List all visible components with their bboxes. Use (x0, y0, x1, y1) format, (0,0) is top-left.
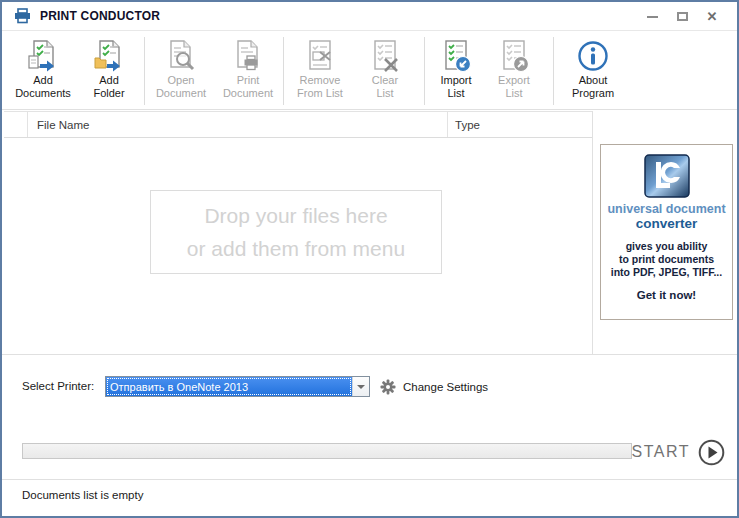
toolbar-separator (424, 37, 425, 105)
gear-icon (380, 379, 396, 395)
toolbar-label: Clear (372, 74, 398, 87)
printer-icon (14, 8, 32, 24)
start-button[interactable]: START (628, 434, 729, 470)
status-bar-text: Documents list is empty (22, 489, 143, 501)
add-folder-icon (93, 38, 125, 74)
export-list-button[interactable]: Export List (485, 36, 543, 108)
toolbar-label: Add (99, 74, 119, 87)
clear-list-button[interactable]: Clear List (354, 36, 416, 108)
toolbar-label: Open (168, 74, 195, 87)
file-drop-zone[interactable]: Drop your files here or add them from me… (150, 190, 442, 274)
import-list-button[interactable]: Import List (427, 36, 485, 108)
app-title: PRINT CONDUCTOR (40, 9, 160, 23)
window-controls: ✕ (637, 2, 727, 31)
column-header-type[interactable]: Type (448, 112, 592, 137)
progress-row: START (2, 434, 737, 470)
dropzone-line-2: or add them from menu (187, 232, 405, 265)
clear-list-icon (369, 38, 401, 74)
close-icon: ✕ (707, 10, 718, 23)
udc-logo-icon (644, 154, 690, 198)
title-bar: PRINT CONDUCTOR ✕ (2, 2, 737, 31)
ad-body-line: into PDF, JPEG, TIFF... (601, 266, 732, 279)
add-documents-icon (27, 38, 59, 74)
add-documents-button[interactable]: Add Documents (10, 36, 76, 108)
print-document-button[interactable]: Print Document (215, 36, 281, 108)
close-button[interactable]: ✕ (697, 4, 727, 30)
print-progress-bar (22, 443, 632, 459)
ad-body-line: gives you ability (601, 240, 732, 253)
maximize-button[interactable] (667, 4, 697, 30)
toolbar-label: Folder (93, 87, 124, 100)
toolbar-label: List (376, 87, 393, 100)
ad-cta-link[interactable]: Get it now! (601, 289, 732, 301)
select-printer-label: Select Printer: (22, 380, 94, 392)
toolbar-label: Export (498, 74, 530, 87)
toolbar: Add Documents Add Folder (2, 32, 737, 110)
status-bar-divider (2, 479, 737, 480)
open-document-button[interactable]: Open Document (147, 36, 215, 108)
import-list-icon (440, 38, 472, 74)
play-circle-icon (698, 439, 725, 466)
toolbar-label: Add (33, 74, 53, 87)
export-list-icon (498, 38, 530, 74)
checkbox-column-header[interactable] (4, 112, 28, 137)
chevron-down-icon (357, 385, 365, 389)
print-conductor-window: PRINT CONDUCTOR ✕ Add (0, 0, 739, 518)
minimize-icon (647, 16, 658, 18)
toolbar-label: Print (237, 74, 260, 87)
toolbar-label: Program (572, 87, 614, 100)
selected-printer-value[interactable]: Отправить в OneNote 2013 (106, 377, 352, 396)
toolbar-separator (144, 37, 145, 105)
toolbar-separator (553, 37, 554, 105)
minimize-button[interactable] (637, 4, 667, 30)
toolbar-label: Documents (15, 87, 71, 100)
remove-from-list-icon (304, 38, 336, 74)
toolbar-label: Document (156, 87, 206, 100)
toolbar-label: About (579, 74, 608, 87)
toolbar-label: List (447, 87, 464, 100)
about-program-icon (576, 38, 610, 74)
remove-from-list-button[interactable]: Remove From List (286, 36, 354, 108)
file-list-header: File Name Type (4, 111, 592, 138)
udc-ad-banner[interactable]: universal document converter gives you a… (600, 144, 733, 320)
toolbar-label: Document (223, 87, 273, 100)
ad-brand-line-2: converter (601, 216, 732, 231)
maximize-icon (677, 12, 688, 21)
change-settings-label: Change Settings (403, 381, 488, 393)
list-right-divider (592, 111, 593, 355)
toolbar-label: Import (440, 74, 471, 87)
ad-body-line: to print documents (601, 253, 732, 266)
dropzone-line-1: Drop your files here (204, 199, 387, 232)
add-folder-button[interactable]: Add Folder (76, 36, 142, 108)
combobox-dropdown-button[interactable] (352, 377, 369, 396)
column-header-file-name[interactable]: File Name (28, 112, 448, 137)
toolbar-label: List (505, 87, 522, 100)
toolbar-separator (283, 37, 284, 105)
toolbar-label: From List (297, 87, 343, 100)
printer-row: Select Printer: Отправить в OneNote 2013… (2, 374, 737, 400)
about-program-button[interactable]: About Program (558, 36, 628, 108)
print-document-icon (232, 38, 264, 74)
list-bottom-divider (2, 354, 737, 355)
toolbar-label: Remove (300, 74, 341, 87)
open-document-icon (165, 38, 197, 74)
change-settings-button[interactable]: Change Settings (380, 376, 488, 397)
start-button-label: START (632, 443, 690, 461)
printer-select-combobox[interactable]: Отправить в OneNote 2013 (105, 376, 370, 397)
ad-brand-line-1: universal document (601, 202, 732, 216)
